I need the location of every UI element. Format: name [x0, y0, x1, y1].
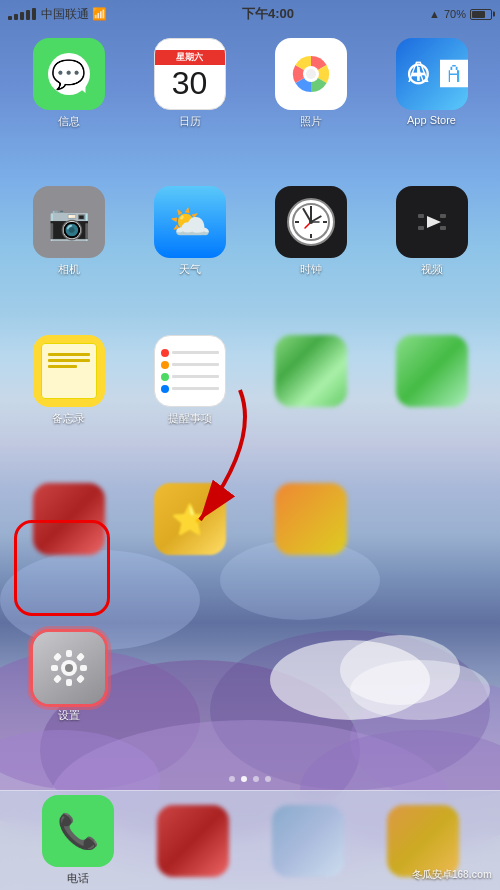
- clock-icon: [275, 186, 347, 258]
- app-grid: 💬 信息 星期六 30 日历: [0, 28, 500, 790]
- app-photos[interactable]: 照片: [261, 38, 361, 129]
- weather-icon: ⛅: [154, 186, 226, 258]
- app-notes[interactable]: 备忘录: [19, 335, 119, 426]
- calendar-date: 30: [172, 67, 208, 99]
- svg-rect-28: [440, 214, 446, 218]
- app-empty-4: [382, 632, 482, 704]
- app-empty-3: [261, 632, 361, 704]
- app-messages[interactable]: 💬 信息: [19, 38, 119, 129]
- status-bar: 中国联通 📶 下午4:00 ▲ 70%: [0, 0, 500, 28]
- app-pixel3[interactable]: [19, 483, 119, 559]
- dock-app3-icon: [387, 805, 459, 877]
- app-clock[interactable]: 时钟: [261, 186, 361, 277]
- page-dots: [0, 776, 500, 782]
- app-weather[interactable]: ⛅ 天气: [140, 186, 240, 277]
- wifi-icon: 📶: [92, 7, 107, 21]
- svg-rect-36: [51, 665, 58, 671]
- clock-label: 时钟: [300, 262, 322, 277]
- notes-label: 备忘录: [52, 411, 85, 426]
- reminders-icon: [154, 335, 226, 407]
- svg-text:𝔸: 𝔸: [407, 57, 428, 88]
- svg-rect-39: [75, 652, 84, 661]
- svg-rect-41: [75, 674, 84, 683]
- messages-icon: 💬: [33, 38, 105, 110]
- videos-label: 视频: [421, 262, 443, 277]
- dock-app2-icon: [272, 805, 344, 877]
- camera-label: 相机: [58, 262, 80, 277]
- camera-icon: 📷: [33, 186, 105, 258]
- status-time: 下午4:00: [242, 5, 294, 23]
- app-empty-2: [140, 632, 240, 704]
- svg-rect-40: [52, 674, 61, 683]
- signal-icon: [8, 8, 36, 20]
- app-row-1: 💬 信息 星期六 30 日历: [8, 38, 492, 178]
- pixel1-icon: [275, 335, 347, 407]
- settings-icon: [33, 632, 105, 704]
- notes-icon: [33, 335, 105, 407]
- appstore-label: App Store: [407, 114, 456, 126]
- dock-app-1[interactable]: [143, 805, 243, 877]
- pixel3-icon: [33, 483, 105, 555]
- dock-app1-icon: [157, 805, 229, 877]
- videos-icon: [396, 186, 468, 258]
- svg-rect-29: [418, 226, 424, 230]
- status-right: ▲ 70%: [429, 8, 492, 20]
- app-pixel2[interactable]: [382, 335, 482, 411]
- app-pixel4[interactable]: ⭐: [140, 483, 240, 559]
- calendar-day: 星期六: [155, 50, 225, 65]
- pixel4-icon: ⭐: [154, 483, 226, 555]
- location-icon: ▲: [429, 8, 440, 20]
- page-dot-1[interactable]: [241, 776, 247, 782]
- app-row-2: 📷 相机 ⛅ 天气: [8, 186, 492, 326]
- page-dot-3[interactable]: [265, 776, 271, 782]
- photos-icon: [275, 38, 347, 110]
- page-dot-2[interactable]: [253, 776, 259, 782]
- app-settings[interactable]: 设置: [19, 632, 119, 723]
- app-pixel1[interactable]: [261, 335, 361, 411]
- svg-point-33: [65, 664, 73, 672]
- app-camera[interactable]: 📷 相机: [19, 186, 119, 277]
- weather-label: 天气: [179, 262, 201, 277]
- svg-point-14: [306, 69, 316, 79]
- svg-rect-35: [66, 679, 72, 686]
- photos-label: 照片: [300, 114, 322, 129]
- settings-label: 设置: [58, 708, 80, 723]
- app-pixel5[interactable]: [261, 483, 361, 559]
- page-dot-0[interactable]: [229, 776, 235, 782]
- phone-icon: 📞: [42, 795, 114, 867]
- svg-rect-30: [440, 226, 446, 230]
- clock-face: [287, 198, 335, 246]
- phone-label: 电话: [67, 871, 89, 886]
- calendar-icon: 星期六 30: [154, 38, 226, 110]
- appstore-icon: ⊕ 𝔸 🅰: [396, 38, 468, 110]
- battery-icon: [470, 9, 492, 20]
- pixel2-icon: [396, 335, 468, 407]
- svg-rect-27: [418, 214, 424, 218]
- calendar-label: 日历: [179, 114, 201, 129]
- svg-rect-34: [66, 650, 72, 657]
- dock-phone[interactable]: 📞 电话: [28, 795, 128, 886]
- app-row-5: 设置: [8, 632, 492, 772]
- svg-rect-38: [52, 652, 61, 661]
- empty-slot-1: [396, 483, 468, 555]
- svg-point-25: [309, 220, 313, 224]
- dock-app-3[interactable]: [373, 805, 473, 877]
- status-left: 中国联通 📶: [8, 6, 107, 23]
- app-calendar[interactable]: 星期六 30 日历: [140, 38, 240, 129]
- app-videos[interactable]: 视频: [382, 186, 482, 277]
- svg-rect-37: [80, 665, 87, 671]
- watermark: 冬瓜安卓168.com: [412, 868, 492, 882]
- messages-label: 信息: [58, 114, 80, 129]
- carrier-name: 中国联通: [41, 6, 89, 23]
- reminders-label: 提醒事项: [168, 411, 212, 426]
- messages-symbol: 💬: [51, 58, 86, 91]
- app-row-3: 备忘录: [8, 335, 492, 475]
- pixel5-icon: [275, 483, 347, 555]
- app-empty-1: [382, 483, 482, 555]
- dock-app-2[interactable]: [258, 805, 358, 877]
- app-reminders[interactable]: 提醒事项: [140, 335, 240, 426]
- app-row-4: ⭐: [8, 483, 492, 623]
- app-appstore[interactable]: ⊕ 𝔸 🅰 App Store: [382, 38, 482, 126]
- battery-percent: 70%: [444, 8, 466, 20]
